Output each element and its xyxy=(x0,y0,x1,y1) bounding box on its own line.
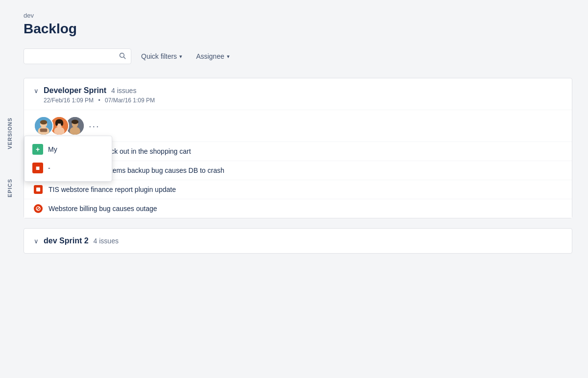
quick-filter-my-issues[interactable]: + My xyxy=(24,140,112,159)
sprint2-collapse-icon[interactable]: ∨ xyxy=(34,237,39,245)
sprint1-dates: 22/Feb/16 1:09 PM • 07/Mar/16 1:09 PM xyxy=(44,97,562,104)
sprint1-title-row: ∨ Developer Sprint 4 issues xyxy=(34,86,562,95)
sprint2-name: dev Sprint 2 xyxy=(44,236,89,245)
assignee-chevron: ▾ xyxy=(227,53,230,60)
svg-rect-5 xyxy=(40,128,47,132)
sprint1-issues-count: 4 issues xyxy=(111,87,136,94)
svg-line-1 xyxy=(123,57,125,58)
sprint1-header: ∨ Developer Sprint 4 issues 22/Feb/16 1:… xyxy=(24,78,572,110)
sprint1-name: Developer Sprint xyxy=(44,86,106,95)
breadcrumb: dev xyxy=(24,12,572,19)
svg-point-7 xyxy=(40,120,47,124)
issue-type-bug-icon-2 xyxy=(34,185,43,194)
my-issues-label: My xyxy=(48,145,57,153)
recently-updated-label: - xyxy=(48,164,50,172)
recently-updated-icon: ■ xyxy=(32,163,43,173)
issue-title-4: Webstore billing bug causes outage xyxy=(49,205,562,213)
assignee-button[interactable]: Assignee ▾ xyxy=(192,49,234,63)
svg-rect-19 xyxy=(36,188,40,191)
svg-point-12 xyxy=(55,120,58,126)
sprint1-avatars-row: ··· + My ■ - xyxy=(24,110,572,142)
svg-point-17 xyxy=(72,119,78,124)
avatar-more-icon[interactable]: ··· xyxy=(89,120,100,132)
sprint1-collapse-icon[interactable]: ∨ xyxy=(34,87,39,94)
sprint1-section: ∨ Developer Sprint 4 issues 22/Feb/16 1:… xyxy=(24,78,572,218)
sprint1-date-end: 07/Mar/16 1:09 PM xyxy=(105,97,155,104)
quick-filter-recently-updated[interactable]: ■ - xyxy=(24,159,112,177)
toolbar: Quick filters ▾ Assignee ▾ xyxy=(24,48,572,64)
quick-filters-button[interactable]: Quick filters ▾ xyxy=(137,49,186,63)
side-labels: VERSIONS EPICS xyxy=(0,0,20,378)
search-icon xyxy=(119,52,126,61)
quick-filter-popup: + My ■ - xyxy=(24,136,112,182)
avatar-1[interactable] xyxy=(34,116,53,136)
assignee-label: Assignee xyxy=(196,52,224,60)
issue-title-3: TIS webstore finance report plugin updat… xyxy=(49,186,562,193)
issue-row-4[interactable]: Webstore billing bug causes outage xyxy=(24,199,572,218)
quick-filters-label: Quick filters xyxy=(141,52,177,60)
issue-type-blocked-icon xyxy=(34,204,43,213)
search-box[interactable] xyxy=(24,48,131,64)
search-input[interactable] xyxy=(29,52,115,60)
svg-line-21 xyxy=(37,207,40,210)
sprint1-date-start: 22/Feb/16 1:09 PM xyxy=(44,97,94,104)
sprint2-section: ∨ dev Sprint 2 4 issues xyxy=(24,228,572,254)
main-content: dev Backlog Quick filters ▾ Assignee xyxy=(20,0,588,378)
svg-point-16 xyxy=(70,127,80,136)
issue-row-3[interactable]: TIS webstore finance report plugin updat… xyxy=(24,180,572,199)
my-issues-icon: + xyxy=(32,144,43,155)
issue-title-2: finance system - systems backup bug caus… xyxy=(49,166,562,174)
sprint2-issues-count: 4 issues xyxy=(94,237,119,245)
svg-point-10 xyxy=(54,127,65,136)
quick-filters-chevron: ▾ xyxy=(179,53,182,60)
versions-label[interactable]: VERSIONS xyxy=(7,118,13,149)
page-title: Backlog xyxy=(24,21,572,37)
sprint1-date-separator: • xyxy=(98,97,100,104)
issue-title-1: Customers can't check out in the shoppin… xyxy=(49,147,562,155)
epics-label[interactable]: EPICS xyxy=(7,179,13,197)
svg-point-13 xyxy=(61,120,63,126)
